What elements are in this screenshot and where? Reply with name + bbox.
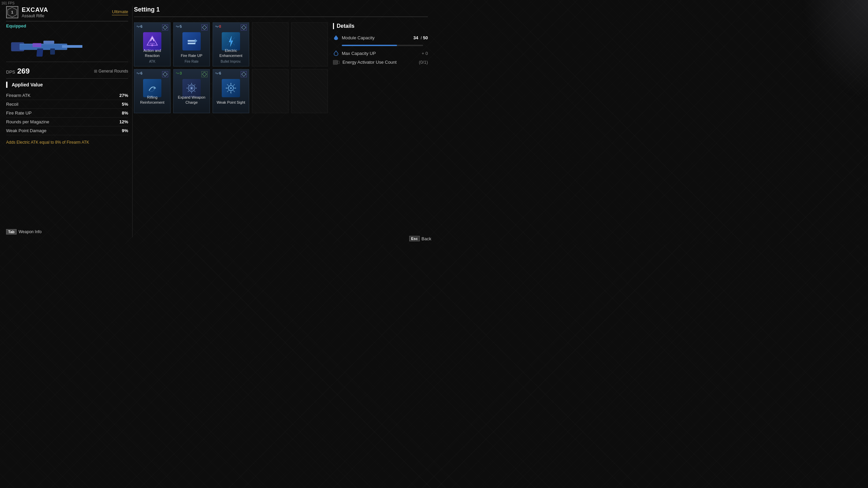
weapon-svg <box>9 35 84 59</box>
setting-header: Setting 1 <box>134 6 428 17</box>
weapon-rank-badge: 1 <box>6 6 18 18</box>
main-content: Setting 1 6 Action and <box>134 6 428 237</box>
action-reaction-icon <box>146 35 159 48</box>
back-label: Back <box>421 236 431 241</box>
module-slot-9[interactable] <box>252 69 289 113</box>
weapon-info-label: Weapon Info <box>19 229 42 234</box>
module-slot-3[interactable]: 8 Electric Enhancement Bullet Improv. <box>213 22 249 66</box>
max-capacity-row: Max Capacity UP + 0 <box>333 50 428 56</box>
weapon-tier: Ultimate <box>112 9 128 15</box>
rifling-reinforcement-icon <box>146 82 159 95</box>
mod-name-8: Weak Point Sight <box>213 100 249 105</box>
energy-activator-value: (0/1) <box>419 60 428 65</box>
stat-value: 8% <box>122 110 128 116</box>
module-slot-6[interactable]: 6 Rifling Reinforcement <box>134 69 171 113</box>
water-drop-outline-icon <box>334 50 338 56</box>
module-slot-10[interactable] <box>291 69 328 113</box>
svg-point-30 <box>191 87 193 89</box>
svg-line-38 <box>233 90 235 92</box>
stat-row: Firearm ATK27% <box>6 91 128 100</box>
svg-rect-43 <box>334 61 337 64</box>
svg-rect-44 <box>338 61 339 64</box>
module-slot-2[interactable]: 5 Fire Rate UP Fire Rate <box>173 22 210 66</box>
bonus-text: Adds Electric ATK equal to 8% of Firearm… <box>6 140 128 145</box>
svg-point-11 <box>151 44 153 46</box>
mod-capacity-6: 6 <box>136 71 142 75</box>
module-slot-5[interactable] <box>291 22 328 66</box>
capacity-waves-icon-7 <box>176 71 180 75</box>
empty-pattern-4 <box>252 23 288 66</box>
capacity-waves-icon-3 <box>215 24 219 28</box>
stats-section-title: Applied Value <box>12 82 43 87</box>
capacity-bar-container <box>342 45 428 46</box>
dps-value: 269 <box>17 67 30 76</box>
svg-line-27 <box>194 91 195 92</box>
section-indicator <box>6 82 7 88</box>
capacity-waves-icon-2 <box>176 24 180 28</box>
module-capacity-label: Module Capacity <box>342 35 413 40</box>
mod-type-diamond-3 <box>241 25 246 30</box>
svg-point-32 <box>230 87 232 89</box>
mod-type-badge-8 <box>241 71 247 77</box>
mod-type-badge-3 <box>241 24 247 30</box>
weak-point-sight-icon <box>224 82 237 95</box>
empty-pattern-5 <box>292 23 328 66</box>
mod-icon-area-6 <box>143 79 161 97</box>
stat-name: Rounds per Magazine <box>6 119 49 124</box>
weapon-info-tab[interactable]: Tab Weapon Info <box>6 229 42 235</box>
weapon-name-group: EXCAVA Assault Rifle <box>22 6 48 18</box>
svg-text:1: 1 <box>11 10 14 14</box>
mod-capacity-7: 3 <box>176 71 182 75</box>
esc-back-button[interactable]: Esc Back <box>409 236 431 241</box>
svg-line-29 <box>188 91 189 92</box>
svg-line-28 <box>194 84 195 85</box>
svg-rect-3 <box>20 44 67 50</box>
ammo-type-label: General Rounds <box>99 69 128 74</box>
weapon-name: EXCAVA <box>22 6 48 14</box>
mod-type-diamond-6 <box>163 72 167 77</box>
module-slot-4[interactable] <box>252 22 289 66</box>
mod-cap-val-1: 6 <box>140 24 142 28</box>
svg-marker-16 <box>195 39 198 43</box>
module-capacity-row: Module Capacity 34 / 50 <box>333 35 428 41</box>
left-right-divider <box>132 6 133 237</box>
svg-marker-0 <box>8 7 17 17</box>
mod-name-6: Rifling Reinforcement <box>134 95 170 105</box>
weapon-header: 1 EXCAVA Assault Rifle Ultimate <box>6 6 128 21</box>
module-slot-1[interactable]: 6 Action and Reaction ATK <box>134 22 171 66</box>
module-slot-8[interactable]: 6 <box>213 69 249 113</box>
stats-list: Firearm ATK27%Recoil5%Fire Rate UP8%Roun… <box>6 91 128 135</box>
ammo-icon: ⊞ <box>94 69 97 74</box>
energy-activator-icon <box>333 60 340 65</box>
weapon-image-area <box>6 30 128 60</box>
mod-category-3: Bullet Improv. <box>213 60 249 63</box>
mod-icon-area-3 <box>222 32 240 50</box>
weapon-shape <box>9 35 77 55</box>
empty-pattern-10 <box>292 69 328 113</box>
max-capacity-label: Max Capacity UP <box>342 51 422 56</box>
capacity-waves-icon-6 <box>136 71 140 75</box>
mod-name-1: Action and Reaction <box>134 48 170 58</box>
max-capacity-value: + 0 <box>422 51 428 56</box>
mod-category-1: ATK <box>134 60 170 63</box>
stat-row: Rounds per Magazine12% <box>6 118 128 126</box>
energy-activator-row: Energy Activator Use Count (0/1) <box>333 60 428 65</box>
svg-line-39 <box>233 84 235 86</box>
mod-icon-area-7 <box>182 79 201 97</box>
mod-icon-area-8 <box>222 79 240 97</box>
stat-row: Fire Rate UP8% <box>6 109 128 118</box>
mod-icon-area-1 <box>143 32 161 50</box>
mod-type-diamond-2 <box>202 25 207 30</box>
svg-rect-6 <box>33 43 41 47</box>
svg-rect-7 <box>43 41 54 44</box>
rank-hexagon-icon: 1 <box>7 6 18 18</box>
mod-type-diamond-8 <box>241 72 246 77</box>
module-slot-7[interactable]: 3 <box>173 69 210 113</box>
details-title: Details <box>333 23 428 29</box>
mod-type-badge-6 <box>162 71 168 77</box>
fire-rate-icon <box>185 35 198 48</box>
mod-cap-val-3: 8 <box>219 24 221 28</box>
capacity-bar-fill <box>342 45 397 46</box>
mod-type-badge-7 <box>201 71 208 77</box>
stat-value: 12% <box>119 119 128 124</box>
